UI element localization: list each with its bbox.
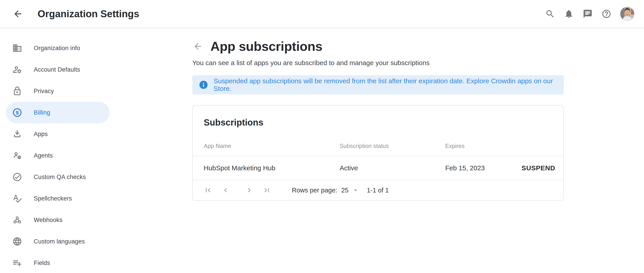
sidebar-item-billing[interactable]: $ Billing: [6, 102, 110, 123]
messages-button[interactable]: [582, 9, 593, 19]
sidebar-item-label: Fields: [34, 259, 50, 266]
chevron-left-icon: [222, 186, 230, 194]
sidebar-item-label: Custom QA checks: [34, 174, 86, 181]
cell-subscription-status: Active: [340, 164, 445, 172]
sidebar-item-label: Webhooks: [34, 217, 62, 223]
section-header: App subscriptions: [192, 39, 564, 54]
suspend-button[interactable]: SUSPEND: [522, 164, 555, 172]
column-header-subscription-status: Subscription status: [340, 143, 445, 149]
sidebar-item-spellcheckers[interactable]: Spellcheckers: [6, 188, 110, 209]
table-pagination: Rows per page: 25 1-1 of 1: [193, 180, 563, 200]
section-title: App subscriptions: [210, 39, 322, 54]
notifications-button[interactable]: [564, 9, 574, 19]
settings-sidebar: Organization info Account Defaults Priva…: [0, 29, 116, 273]
table-row: HubSpot Marketing Hub Active Feb 15, 202…: [193, 156, 563, 180]
rows-per-page-select[interactable]: 25: [337, 186, 360, 194]
first-page-button[interactable]: [204, 186, 212, 195]
previous-page-button[interactable]: [221, 186, 230, 195]
cell-app-name: HubSpot Marketing Hub: [204, 164, 340, 172]
sidebar-item-label: Account Defaults: [34, 66, 80, 73]
topbar: Organization Settings: [0, 0, 644, 29]
globe-icon: [12, 236, 22, 246]
section-subtitle: You can see a list of apps you are subsc…: [192, 59, 564, 67]
main-content: App subscriptions You can see a list of …: [192, 29, 564, 201]
info-banner: Suspended app subscriptions will be remo…: [192, 75, 564, 94]
check-circle-icon: [12, 172, 22, 182]
webhook-icon: [12, 215, 22, 225]
sidebar-item-privacy[interactable]: Privacy: [6, 80, 110, 102]
rows-per-page-label: Rows per page:: [292, 187, 337, 194]
column-header-app-name: App Name: [204, 143, 340, 149]
pagination-range: 1-1 of 1: [367, 187, 389, 194]
chevron-right-icon: [245, 186, 253, 194]
last-page-icon: [262, 186, 271, 194]
sidebar-item-custom-languages[interactable]: Custom languages: [6, 231, 110, 252]
next-page-button[interactable]: [245, 186, 254, 195]
building-icon: [12, 43, 22, 53]
page-title: Organization Settings: [38, 8, 139, 20]
sidebar-item-label: Agents: [34, 152, 53, 159]
last-page-button[interactable]: [262, 186, 271, 195]
rows-per-page-value: 25: [341, 187, 348, 194]
sidebar-item-apps[interactable]: Apps: [6, 123, 110, 145]
sidebar-item-account-defaults[interactable]: Account Defaults: [6, 59, 110, 80]
chat-icon: [583, 9, 592, 19]
sidebar-item-organization-info[interactable]: Organization info: [6, 37, 110, 59]
spellcheck-icon: [12, 194, 22, 203]
back-button[interactable]: [12, 9, 23, 19]
sidebar-item-fields[interactable]: Fields: [6, 252, 110, 273]
table-header-row: App Name Subscription status Expires: [193, 128, 563, 156]
playlist-add-icon: [12, 258, 22, 268]
search-button[interactable]: [545, 9, 556, 19]
person-cube-icon: [12, 151, 22, 160]
topbar-actions: [545, 7, 634, 21]
lock-icon: [12, 86, 22, 96]
sidebar-item-label: Billing: [34, 109, 50, 116]
sidebar-item-label: Organization info: [34, 45, 80, 52]
search-icon: [545, 9, 555, 19]
svg-text:$: $: [16, 110, 19, 115]
info-icon: [199, 80, 208, 89]
sidebar-item-webhooks[interactable]: Webhooks: [6, 209, 110, 231]
person-gear-icon: [12, 65, 22, 75]
user-avatar[interactable]: [620, 7, 634, 21]
sidebar-item-label: Spellcheckers: [34, 195, 72, 202]
arrow-back-icon: [193, 41, 203, 51]
sidebar-item-label: Custom languages: [34, 238, 85, 245]
sidebar-item-agents[interactable]: Agents: [6, 145, 110, 166]
download-icon: [12, 129, 22, 139]
subscriptions-card: Subscriptions App Name Subscription stat…: [192, 105, 564, 201]
chevron-down-icon: [352, 186, 360, 194]
bell-icon: [564, 9, 574, 19]
card-title: Subscriptions: [204, 117, 563, 128]
help-button[interactable]: [601, 9, 612, 19]
cell-expires: Feb 15, 2023: [445, 164, 522, 172]
help-icon: [602, 9, 611, 19]
sidebar-item-custom-qa-checks[interactable]: Custom QA checks: [6, 166, 110, 188]
sidebar-item-label: Privacy: [34, 88, 54, 95]
dollar-circle-icon: $: [12, 108, 22, 117]
sidebar-item-label: Apps: [34, 131, 48, 138]
section-back-button[interactable]: [193, 41, 203, 51]
arrow-back-icon: [13, 9, 23, 19]
banner-message[interactable]: Suspended app subscriptions will be remo…: [214, 77, 557, 92]
first-page-icon: [204, 186, 212, 194]
column-header-expires: Expires: [445, 143, 555, 149]
